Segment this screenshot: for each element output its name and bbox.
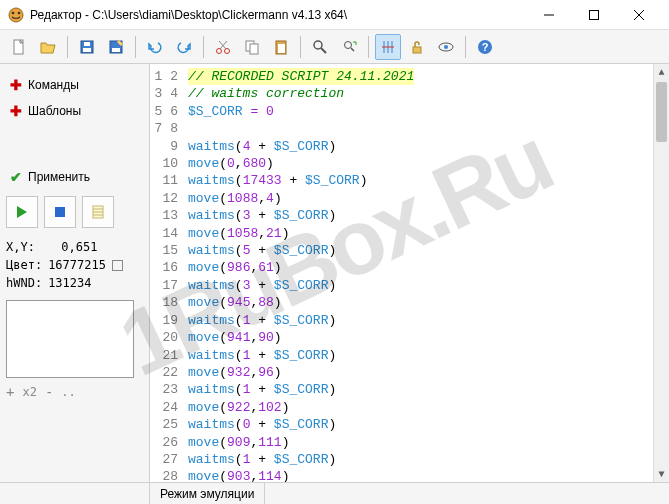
svg-point-31 bbox=[444, 45, 448, 49]
svg-rect-29 bbox=[413, 47, 421, 53]
unlock-button[interactable] bbox=[404, 34, 430, 60]
svg-point-2 bbox=[18, 11, 21, 14]
notes-button[interactable] bbox=[82, 196, 114, 228]
vertical-scrollbar[interactable]: ▲ ▼ bbox=[653, 64, 669, 482]
toolbar-separator bbox=[135, 36, 136, 58]
run-controls bbox=[6, 196, 143, 228]
toolbar-separator bbox=[203, 36, 204, 58]
zoom-controls: + x2 - .. bbox=[6, 384, 143, 400]
minimize-button[interactable] bbox=[526, 0, 571, 29]
svg-rect-10 bbox=[84, 42, 90, 46]
scroll-up-button[interactable]: ▲ bbox=[654, 64, 669, 80]
hwnd-label: hWND: bbox=[6, 274, 42, 292]
toolbar-separator bbox=[67, 36, 68, 58]
scroll-thumb[interactable] bbox=[656, 82, 667, 142]
code-area[interactable]: // RECORDED SCRIPT 24.11.2021 // waitms … bbox=[184, 64, 669, 482]
templates-label: Шаблоны bbox=[28, 104, 81, 118]
color-checkbox[interactable] bbox=[112, 260, 123, 271]
preview-button[interactable] bbox=[433, 34, 459, 60]
window-title: Редактор - C:\Users\diami\Desktop\Clicke… bbox=[30, 8, 526, 22]
replace-button[interactable] bbox=[336, 34, 362, 60]
copy-button[interactable] bbox=[239, 34, 265, 60]
svg-line-15 bbox=[220, 41, 227, 49]
close-button[interactable] bbox=[616, 0, 661, 29]
templates-button[interactable]: ✚ Шаблоны bbox=[6, 98, 143, 124]
undo-button[interactable] bbox=[142, 34, 168, 60]
xy-label: X,Y: bbox=[6, 238, 35, 256]
paste-button[interactable] bbox=[268, 34, 294, 60]
stop-button[interactable] bbox=[44, 196, 76, 228]
color-label: Цвет: bbox=[6, 256, 42, 274]
xy-value: 0,651 bbox=[61, 238, 97, 256]
gridlines-button[interactable] bbox=[375, 34, 401, 60]
maximize-button[interactable] bbox=[571, 0, 616, 29]
status-mode: Режим эмуляции bbox=[150, 483, 265, 504]
toolbar-separator bbox=[465, 36, 466, 58]
svg-point-1 bbox=[12, 11, 15, 14]
save-as-button[interactable] bbox=[103, 34, 129, 60]
cursor-info: X,Y: 0,651 Цвет: 16777215 hWND: 131234 bbox=[6, 238, 143, 292]
svg-rect-9 bbox=[83, 48, 91, 52]
find-button[interactable] bbox=[307, 34, 333, 60]
toolbar-separator bbox=[300, 36, 301, 58]
svg-point-21 bbox=[314, 41, 322, 49]
svg-point-13 bbox=[217, 48, 222, 53]
svg-rect-20 bbox=[278, 44, 285, 53]
main-area: ✚ Команды ✚ Шаблоны ✔ Применить X,Y: 0,6… bbox=[0, 64, 669, 482]
plus-icon: ✚ bbox=[10, 77, 22, 93]
new-file-button[interactable] bbox=[6, 34, 32, 60]
svg-rect-12 bbox=[112, 48, 120, 52]
line-gutter: 1 2 3 4 5 6 7 8 9 10 11 12 13 14 15 16 1… bbox=[150, 64, 184, 482]
svg-rect-4 bbox=[589, 10, 598, 19]
svg-point-14 bbox=[225, 48, 230, 53]
plus-icon: ✚ bbox=[10, 103, 22, 119]
save-button[interactable] bbox=[74, 34, 100, 60]
scroll-down-button[interactable]: ▼ bbox=[654, 466, 669, 482]
play-button[interactable] bbox=[6, 196, 38, 228]
open-file-button[interactable] bbox=[35, 34, 61, 60]
svg-line-24 bbox=[351, 48, 354, 51]
commands-button[interactable]: ✚ Команды bbox=[6, 72, 143, 98]
check-icon: ✔ bbox=[10, 169, 22, 185]
pixel-preview bbox=[6, 300, 134, 378]
cut-button[interactable] bbox=[210, 34, 236, 60]
zoom-level: x2 bbox=[22, 385, 36, 399]
statusbar: Режим эмуляции bbox=[0, 482, 669, 504]
apply-button[interactable]: ✔ Применить bbox=[6, 164, 143, 190]
svg-rect-18 bbox=[250, 44, 258, 54]
zoom-out-button[interactable]: - bbox=[45, 384, 53, 400]
svg-line-16 bbox=[219, 41, 226, 49]
status-cell-left bbox=[0, 483, 150, 504]
toolbar-separator bbox=[368, 36, 369, 58]
color-value: 16777215 bbox=[48, 256, 106, 274]
hwnd-value: 131234 bbox=[48, 274, 91, 292]
svg-line-22 bbox=[321, 48, 326, 53]
svg-point-23 bbox=[345, 41, 352, 48]
app-icon bbox=[8, 7, 24, 23]
svg-text:?: ? bbox=[482, 41, 489, 53]
svg-rect-34 bbox=[55, 207, 65, 217]
apply-label: Применить bbox=[28, 170, 90, 184]
redo-button[interactable] bbox=[171, 34, 197, 60]
help-button[interactable]: ? bbox=[472, 34, 498, 60]
zoom-separator: .. bbox=[61, 385, 75, 399]
svg-point-0 bbox=[9, 8, 23, 22]
zoom-in-button[interactable]: + bbox=[6, 384, 14, 400]
sidebar: ✚ Команды ✚ Шаблоны ✔ Применить X,Y: 0,6… bbox=[0, 64, 150, 482]
titlebar: Редактор - C:\Users\diami\Desktop\Clicke… bbox=[0, 0, 669, 30]
code-editor[interactable]: 1 2 3 4 5 6 7 8 9 10 11 12 13 14 15 16 1… bbox=[150, 64, 669, 482]
commands-label: Команды bbox=[28, 78, 79, 92]
toolbar: ? bbox=[0, 30, 669, 64]
